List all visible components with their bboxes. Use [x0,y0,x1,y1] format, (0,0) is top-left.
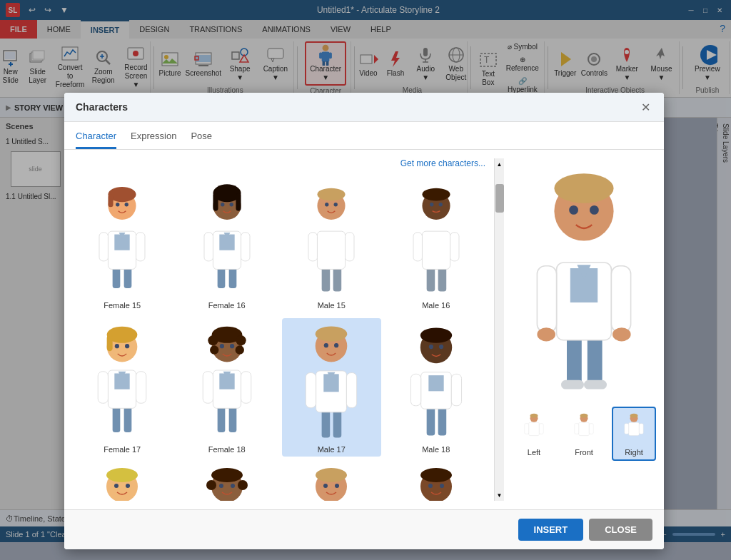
svg-point-182 [590,205,599,215]
svg-rect-53 [136,233,145,261]
svg-rect-176 [611,266,630,332]
svg-point-80 [325,203,328,206]
char-male17-name: Male 17 [318,445,346,454]
char-female17-img [76,321,168,442]
modal-body: Get more characters... [64,150,664,509]
char-male18-name: Male 18 [422,445,450,454]
characters-modal: Characters ✕ Character Expression Pose G… [64,93,664,549]
pose-right-thumb [616,411,652,447]
svg-point-145 [126,484,130,488]
char-male17[interactable]: Male 17 [282,318,381,457]
svg-rect-187 [525,424,529,434]
char-male15[interactable]: Male 15 [282,174,381,312]
svg-point-81 [334,203,338,206]
pose-right-label: Right [625,448,643,457]
char-male17-img [286,321,377,442]
svg-point-101 [125,344,129,348]
svg-point-161 [335,484,339,488]
char-male20-img [390,465,482,501]
svg-rect-186 [529,422,540,435]
char-female19[interactable]: Female 19 [73,462,172,501]
scroll-thumb[interactable] [495,184,504,213]
modal-footer: INSERT CLOSE [64,509,664,549]
svg-rect-193 [589,424,593,434]
insert-button[interactable]: INSERT [518,519,584,541]
svg-point-151 [206,480,216,490]
modal-overlay: Characters ✕ Character Expression Pose G… [0,0,731,560]
char-male19[interactable]: Male 19 [282,462,381,501]
svg-point-166 [420,468,452,482]
get-more-link[interactable]: Get more characters... [73,158,485,168]
tab-expression[interactable]: Expression [131,128,176,149]
chars-row-2: Female 17 [73,318,485,457]
svg-point-154 [231,484,235,488]
svg-rect-77 [346,233,354,261]
svg-rect-52 [99,233,108,261]
char-male19-img [286,465,377,501]
svg-point-70 [221,203,224,206]
svg-point-126 [324,343,328,347]
svg-point-125 [316,326,348,341]
char-female15-name: Female 15 [104,301,141,310]
svg-point-177 [537,327,555,341]
svg-point-71 [229,203,233,206]
char-male20[interactable]: Male 20 [387,462,486,501]
pose-right[interactable]: Right [612,407,656,461]
pose-front[interactable]: Front [562,407,606,461]
svg-point-58 [125,203,128,206]
svg-rect-171 [561,380,584,390]
svg-point-153 [219,484,223,488]
svg-point-143 [106,468,138,482]
svg-rect-108 [241,372,251,403]
svg-point-90 [438,203,442,206]
pose-left-thumb [516,411,552,447]
svg-point-88 [422,188,450,201]
modal-title: Characters [76,101,128,113]
svg-point-190 [580,414,588,418]
modal-tabs: Character Expression Pose [64,122,664,150]
pose-front-thumb [566,411,602,447]
scroll-area: ▲ ▼ [494,158,504,501]
svg-rect-197 [625,424,629,434]
preview-character-img [527,158,641,401]
svg-rect-75 [318,231,346,269]
svg-point-195 [630,414,638,418]
char-female15[interactable]: Female 15 [73,174,172,312]
char-male18[interactable]: Male 18 [387,318,486,457]
svg-rect-95 [98,372,108,403]
char-male15-img [286,177,377,298]
svg-rect-133 [410,374,420,405]
svg-point-57 [116,203,119,206]
char-female19-img [76,465,168,501]
char-female20[interactable]: Female 20 [178,462,277,501]
char-female16[interactable]: Female 16 [178,174,277,312]
char-female17[interactable]: Female 17 [73,318,172,457]
char-female16-img [181,177,273,298]
svg-rect-107 [203,372,213,403]
svg-rect-198 [639,424,643,434]
tab-character[interactable]: Character [76,128,116,149]
svg-point-178 [612,327,631,341]
svg-rect-134 [451,374,461,405]
svg-rect-123 [347,372,357,407]
char-male16-name: Male 16 [422,301,450,310]
modal-close-btn[interactable]: ✕ [638,100,652,114]
char-male16[interactable]: Male 16 [387,174,486,312]
svg-rect-86 [450,233,458,261]
svg-point-181 [569,205,578,215]
svg-rect-172 [584,380,607,390]
close-button[interactable]: CLOSE [589,519,652,541]
char-male15-name: Male 15 [318,301,346,310]
scroll-up-btn[interactable]: ▲ [495,158,504,170]
svg-rect-65 [241,233,249,261]
char-female16-name: Female 16 [208,301,246,310]
svg-rect-196 [629,422,640,435]
char-male18-img [390,321,482,442]
svg-point-160 [323,484,328,488]
svg-point-150 [211,468,243,482]
scroll-down-btn[interactable]: ▼ [495,489,504,501]
pose-left[interactable]: Left [512,407,556,461]
tab-pose[interactable]: Pose [191,128,212,149]
char-female18[interactable]: Female 18 [178,318,277,457]
svg-rect-84 [422,231,450,269]
